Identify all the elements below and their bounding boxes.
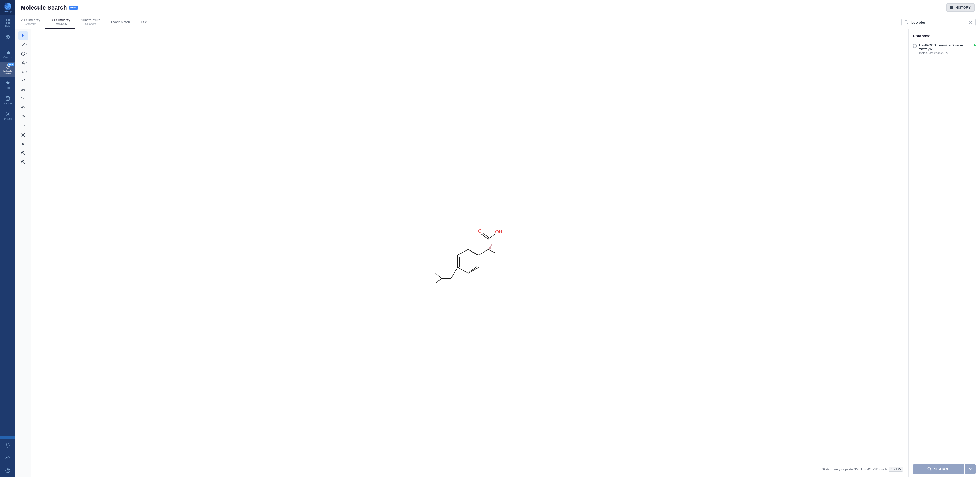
svg-line-33 xyxy=(22,61,23,64)
tool-bond[interactable]: ▶ xyxy=(18,40,28,49)
3d-icon xyxy=(5,34,10,40)
expand-chevron-icon xyxy=(969,467,972,471)
svg-line-75 xyxy=(488,234,495,239)
svg-point-13 xyxy=(7,65,8,67)
sidebar-item-3d[interactable]: 3D xyxy=(0,31,16,46)
clear-search-button[interactable] xyxy=(969,20,973,24)
svg-line-79 xyxy=(930,470,931,471)
tool-center[interactable] xyxy=(18,140,28,148)
sidebar-item-molecule-search[interactable]: BETA Molecule Search xyxy=(0,62,16,77)
sidebar-item-sources[interactable]: Sources xyxy=(0,92,16,108)
history-button[interactable]: HISTORY xyxy=(946,3,975,12)
tool-stereo[interactable]: ▶ xyxy=(18,59,28,67)
search-button-row: SEARCH xyxy=(908,461,980,477)
left-sidebar: OpenEye Data 3D xyxy=(0,0,16,477)
svg-marker-70 xyxy=(488,243,492,250)
svg-line-67 xyxy=(469,250,477,255)
sidebar-item-analyze[interactable]: Analyze xyxy=(0,46,16,62)
carbon-label: C xyxy=(22,70,24,74)
tool-reaction[interactable] xyxy=(18,95,28,103)
svg-line-74 xyxy=(484,233,489,238)
svg-rect-23 xyxy=(952,7,953,8)
tab-exact-match[interactable]: Exact Match xyxy=(106,17,135,27)
data-icon xyxy=(5,19,10,24)
expand-indicator-carbon: ▶ xyxy=(26,71,27,73)
shortcut-key: Ctrl+V xyxy=(889,467,903,472)
svg-rect-18 xyxy=(950,6,951,6)
svg-line-65 xyxy=(458,250,468,255)
notifications-btn[interactable] xyxy=(0,439,16,452)
tool-zoom-in[interactable] xyxy=(18,149,28,157)
tool-freehand[interactable] xyxy=(18,76,28,85)
svg-marker-32 xyxy=(21,52,25,56)
svg-point-78 xyxy=(928,467,931,470)
tool-delete[interactable] xyxy=(18,131,28,139)
svg-line-62 xyxy=(468,267,479,273)
svg-line-37 xyxy=(22,89,22,91)
svg-line-73 xyxy=(482,234,488,239)
svg-line-69 xyxy=(479,250,488,255)
tool-redo[interactable] xyxy=(18,113,28,121)
svg-line-54 xyxy=(24,163,25,164)
search-box-wrapper xyxy=(897,19,980,26)
search-container xyxy=(901,19,976,26)
svg-line-61 xyxy=(458,267,468,273)
search-input[interactable] xyxy=(911,20,966,24)
svg-point-14 xyxy=(6,96,10,98)
db-count: molecules: 97,992,279 xyxy=(919,51,972,54)
svg-rect-9 xyxy=(7,51,8,54)
tabs-row: 2D Similarity Graphsim 3D Similarity Fas… xyxy=(16,15,980,29)
expand-indicator: ▶ xyxy=(26,44,27,46)
search-expand-button[interactable] xyxy=(965,464,976,474)
expand-indicator-stereo: ▶ xyxy=(26,62,27,64)
system-icon xyxy=(5,111,10,117)
search-btn-label: SEARCH xyxy=(934,467,950,471)
canvas-hint: Sketch query or paste SMILES/MOL/SDF wit… xyxy=(822,467,903,472)
sidebar-system-label: System xyxy=(4,118,12,120)
logo-text: OpenEye xyxy=(3,11,13,13)
tool-undo[interactable] xyxy=(18,103,28,112)
tab-substructure[interactable]: Substructure OEChem xyxy=(75,15,106,29)
db-status-dot xyxy=(974,45,976,46)
tools-sidebar: ▶ ▶ ▶ C ▶ xyxy=(16,29,31,477)
tool-ring[interactable]: ▶ xyxy=(18,49,28,58)
expand-indicator-ring: ▶ xyxy=(26,52,27,55)
openeye-logo[interactable]: OpenEye xyxy=(0,0,16,15)
page-title: Molecule Search BETA xyxy=(21,4,78,11)
sidebar-item-system[interactable]: System xyxy=(0,108,16,123)
tool-zoom-out[interactable] xyxy=(18,158,28,166)
svg-line-50 xyxy=(24,154,25,155)
db-radio[interactable] xyxy=(913,44,917,48)
svg-line-59 xyxy=(436,273,442,278)
svg-line-58 xyxy=(436,278,442,283)
svg-line-56 xyxy=(451,267,458,278)
database-item[interactable]: FastROCS Enamine Diverse 2022q3-4 molecu… xyxy=(913,41,976,57)
svg-rect-11 xyxy=(9,52,10,54)
search-button[interactable]: SEARCH xyxy=(913,464,964,474)
right-panel-header: Database FastROCS Enamine Diverse 2022q3… xyxy=(908,29,980,61)
sidebar-data-label: Data xyxy=(5,25,10,28)
sidebar-item-floe[interactable]: Floe xyxy=(0,77,16,92)
svg-line-31 xyxy=(22,43,25,46)
svg-rect-8 xyxy=(6,52,6,54)
svg-point-15 xyxy=(7,113,8,115)
tool-arrow[interactable] xyxy=(18,122,28,130)
logo-icon xyxy=(4,3,11,10)
history-icon xyxy=(950,6,954,10)
tool-select[interactable] xyxy=(18,31,28,40)
sidebar-molecule-label: Molecule Search xyxy=(0,70,16,75)
molecule-canvas[interactable]: O OH Sketch query or paste SMILES/MOL/SD… xyxy=(31,29,908,477)
tool-eraser[interactable] xyxy=(18,86,28,94)
svg-rect-20 xyxy=(952,6,953,6)
sidebar-bottom xyxy=(0,436,16,477)
sidebar-item-data[interactable]: Data xyxy=(0,15,16,31)
activity-btn[interactable] xyxy=(0,452,16,464)
tab-2d-similarity[interactable]: 2D Similarity Graphsim xyxy=(16,15,45,29)
tab-title[interactable]: Title xyxy=(135,17,152,27)
help-btn[interactable] xyxy=(0,464,16,477)
floe-icon xyxy=(5,81,10,86)
tool-carbon[interactable]: C ▶ xyxy=(18,67,28,76)
tab-3d-similarity[interactable]: 3D Similarity FastROCS xyxy=(45,15,75,29)
canvas-area-wrapper: ▶ ▶ ▶ C ▶ xyxy=(16,29,980,477)
svg-point-44 xyxy=(22,143,24,145)
